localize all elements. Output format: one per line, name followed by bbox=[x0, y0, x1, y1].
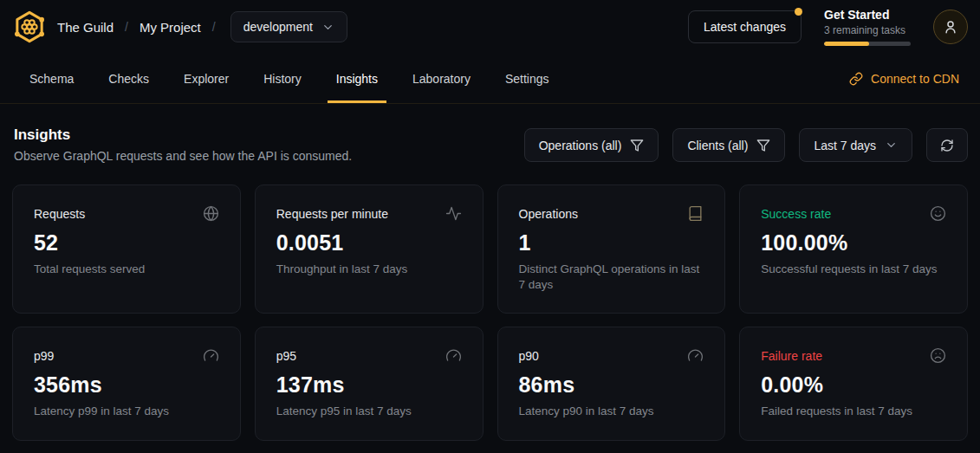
card-description: Distinct GraphQL operations in last 7 da… bbox=[519, 262, 704, 293]
breadcrumb-separator: / bbox=[212, 20, 216, 34]
tab-explorer[interactable]: Explorer bbox=[175, 54, 237, 103]
get-started-widget[interactable]: Get Started 3 remaining tasks bbox=[824, 8, 911, 46]
user-icon bbox=[943, 19, 958, 35]
stats-grid: Requests 52 Total requests served Reques… bbox=[0, 163, 980, 441]
gauge-icon bbox=[203, 347, 219, 364]
stat-card-p99: p99 356ms Latency p99 in last 7 days bbox=[12, 327, 241, 440]
frown-icon bbox=[930, 347, 946, 364]
refresh-button[interactable] bbox=[926, 128, 968, 162]
nav-tabs: Schema Checks Explorer History Insights … bbox=[21, 54, 575, 103]
card-description: Total requests served bbox=[34, 262, 219, 277]
card-description: Latency p95 in last 7 days bbox=[276, 404, 462, 419]
card-value: 0.00% bbox=[761, 372, 946, 398]
filter-icon bbox=[756, 139, 770, 152]
tab-insights[interactable]: Insights bbox=[328, 54, 386, 103]
card-value: 100.00% bbox=[761, 230, 946, 256]
tab-settings[interactable]: Settings bbox=[496, 54, 558, 103]
stat-card-p95: p95 137ms Latency p95 in last 7 days bbox=[255, 327, 484, 440]
smile-icon bbox=[930, 205, 946, 222]
filter-icon bbox=[630, 139, 644, 152]
page-head-text: Insights Observe GraphQL requests and se… bbox=[14, 126, 352, 163]
connect-to-cdn-label: Connect to CDN bbox=[871, 72, 959, 86]
date-range-label: Last 7 days bbox=[814, 139, 876, 152]
get-started-progress-fill bbox=[824, 42, 869, 46]
breadcrumb-separator: / bbox=[125, 20, 128, 34]
target-selector-value: development bbox=[243, 20, 313, 34]
filters-toolbar: Operations (all) Clients (all) Last 7 da… bbox=[524, 128, 968, 162]
clients-filter-button[interactable]: Clients (all) bbox=[672, 128, 785, 162]
activity-icon bbox=[445, 205, 462, 222]
chevron-down-icon bbox=[885, 139, 898, 152]
card-value: 52 bbox=[34, 230, 219, 256]
notification-dot bbox=[795, 8, 802, 16]
card-title: p99 bbox=[34, 347, 54, 363]
gauge-icon bbox=[445, 347, 462, 364]
connect-to-cdn-link[interactable]: Connect to CDN bbox=[849, 54, 959, 103]
stat-card-operations: Operations 1 Distinct GraphQL operations… bbox=[497, 184, 726, 314]
breadcrumb-project[interactable]: My Project bbox=[140, 20, 201, 35]
stat-card-failure-rate: Failure rate 0.00% Failed requests in la… bbox=[739, 327, 968, 440]
latest-changes-button[interactable]: Latest changes bbox=[688, 10, 802, 43]
card-title: Failure rate bbox=[761, 347, 822, 363]
refresh-icon bbox=[940, 139, 954, 152]
stat-card-success-rate: Success rate 100.00% Successful requests… bbox=[739, 184, 968, 314]
user-menu-button[interactable] bbox=[933, 10, 968, 44]
card-description: Throughput in last 7 days bbox=[276, 262, 462, 277]
book-icon bbox=[687, 205, 704, 222]
get-started-progress-bar bbox=[824, 42, 911, 46]
stat-card-requests: Requests 52 Total requests served bbox=[12, 184, 241, 314]
card-value: 86ms bbox=[519, 372, 704, 398]
page-head: Insights Observe GraphQL requests and se… bbox=[0, 104, 980, 163]
clients-filter-label: Clients (all) bbox=[687, 139, 748, 152]
operations-filter-label: Operations (all) bbox=[539, 139, 622, 152]
card-title: p95 bbox=[276, 347, 296, 363]
tab-history[interactable]: History bbox=[255, 54, 310, 103]
breadcrumb-org[interactable]: The Guild bbox=[57, 20, 114, 35]
card-description: Latency p99 in last 7 days bbox=[34, 404, 219, 419]
card-title: Success rate bbox=[761, 205, 831, 221]
tab-checks[interactable]: Checks bbox=[100, 54, 158, 103]
nav-tabbar: Schema Checks Explorer History Insights … bbox=[0, 54, 980, 104]
stat-card-p90: p90 86ms Latency p90 in last 7 days bbox=[497, 327, 726, 440]
tab-laboratory[interactable]: Laboratory bbox=[404, 54, 479, 103]
card-title: Operations bbox=[519, 205, 578, 221]
card-title: Requests bbox=[34, 205, 85, 221]
date-range-dropdown[interactable]: Last 7 days bbox=[799, 128, 912, 162]
card-value: 137ms bbox=[276, 372, 462, 398]
page-subtitle: Observe GraphQL requests and see how the… bbox=[14, 149, 352, 163]
guild-logo-icon[interactable] bbox=[12, 10, 47, 44]
card-title: Requests per minute bbox=[276, 205, 388, 221]
card-value: 0.0051 bbox=[276, 230, 462, 256]
target-selector-dropdown[interactable]: development bbox=[230, 11, 347, 42]
latest-changes-label: Latest changes bbox=[704, 20, 786, 34]
gauge-icon bbox=[687, 347, 704, 364]
tab-schema[interactable]: Schema bbox=[21, 54, 82, 103]
card-value: 1 bbox=[519, 230, 704, 256]
page-title: Insights bbox=[14, 126, 352, 144]
stat-card-requests-per-minute: Requests per minute 0.0051 Throughput in… bbox=[255, 184, 484, 314]
link-icon bbox=[849, 72, 863, 86]
card-description: Latency p90 in last 7 days bbox=[519, 404, 704, 419]
card-value: 356ms bbox=[34, 372, 219, 398]
get-started-subtitle: 3 remaining tasks bbox=[824, 24, 911, 36]
operations-filter-button[interactable]: Operations (all) bbox=[524, 128, 659, 162]
globe-icon bbox=[203, 205, 219, 222]
get-started-title: Get Started bbox=[824, 8, 911, 23]
card-title: p90 bbox=[519, 347, 539, 363]
chevron-down-icon bbox=[321, 21, 334, 34]
card-description: Successful requests in last 7 days bbox=[761, 262, 946, 277]
card-description: Failed requests in last 7 days bbox=[761, 404, 946, 419]
top-header: The Guild / My Project / development Lat… bbox=[0, 0, 980, 54]
